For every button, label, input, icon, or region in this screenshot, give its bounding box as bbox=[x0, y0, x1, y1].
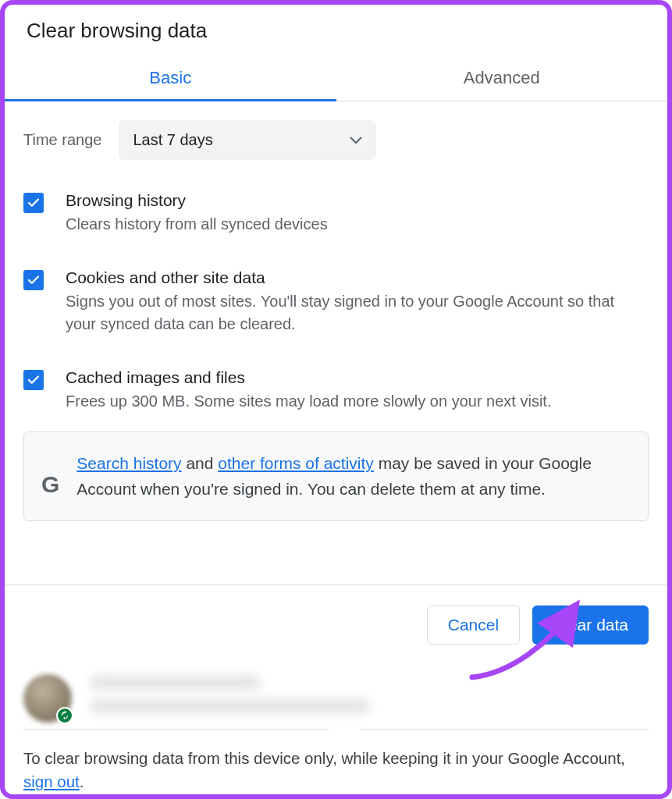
account-details-redacted bbox=[89, 675, 649, 722]
footer-text: To clear browsing data from this device … bbox=[5, 730, 667, 795]
option-browsing-history: Browsing history Clears history from all… bbox=[23, 191, 649, 236]
google-account-info: G Search history and other forms of acti… bbox=[23, 431, 649, 521]
chevron-down-icon bbox=[350, 133, 362, 147]
option-desc: Frees up 300 MB. Some sites may load mor… bbox=[66, 390, 649, 413]
info-text: Search history and other forms of activi… bbox=[76, 451, 631, 502]
link-search-history[interactable]: Search history bbox=[76, 454, 181, 472]
link-other-activity[interactable]: other forms of activity bbox=[218, 454, 374, 472]
option-title: Cookies and other site data bbox=[66, 268, 649, 287]
time-range-label: Time range bbox=[23, 131, 101, 149]
time-range-select[interactable]: Last 7 days bbox=[119, 120, 376, 160]
dialog-title: Clear browsing data bbox=[5, 5, 667, 57]
divider bbox=[5, 723, 667, 730]
footer-fragment: To clear browsing data from this device … bbox=[23, 749, 625, 767]
option-cookies: Cookies and other site data Signs you ou… bbox=[23, 268, 649, 336]
option-cache: Cached images and files Frees up 300 MB.… bbox=[23, 368, 649, 413]
checkbox-cache[interactable] bbox=[23, 370, 44, 390]
option-title: Cached images and files bbox=[66, 368, 649, 387]
dialog-body: Time range Last 7 days Browsing history … bbox=[5, 101, 667, 584]
avatar bbox=[23, 674, 72, 723]
cancel-button[interactable]: Cancel bbox=[427, 605, 520, 645]
google-icon: G bbox=[41, 471, 59, 498]
checkbox-browsing-history[interactable] bbox=[23, 193, 44, 213]
option-desc: Signs you out of most sites. You'll stay… bbox=[66, 290, 649, 336]
sync-badge-icon bbox=[56, 707, 73, 724]
time-range-value: Last 7 days bbox=[133, 131, 212, 149]
footer-fragment: . bbox=[80, 772, 84, 790]
account-area bbox=[5, 663, 667, 723]
tabs: Basic Advanced bbox=[5, 57, 667, 101]
checkbox-cookies[interactable] bbox=[23, 270, 44, 290]
clear-data-button[interactable]: Clear data bbox=[532, 605, 649, 645]
tab-advanced[interactable]: Advanced bbox=[336, 57, 668, 101]
tab-basic[interactable]: Basic bbox=[5, 57, 336, 101]
link-sign-out[interactable]: sign out bbox=[23, 772, 80, 790]
clear-browsing-data-dialog: Clear browsing data Basic Advanced Time … bbox=[0, 0, 672, 799]
option-title: Browsing history bbox=[66, 191, 649, 210]
option-desc: Clears history from all synced devices bbox=[66, 213, 649, 236]
info-text-fragment: and bbox=[182, 454, 219, 472]
dialog-buttons: Cancel Clear data bbox=[5, 584, 667, 663]
time-range-row: Time range Last 7 days bbox=[23, 120, 649, 160]
